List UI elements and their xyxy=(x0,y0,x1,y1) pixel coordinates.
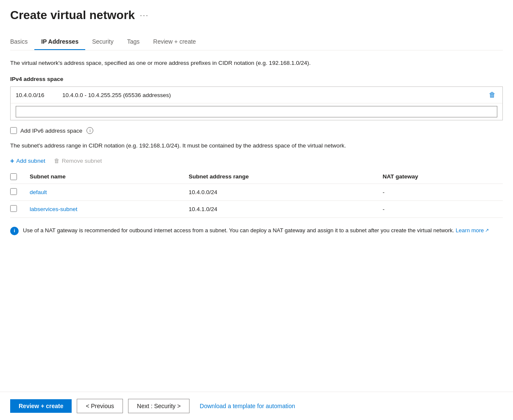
add-ipv6-label: Add IPv6 address space xyxy=(20,128,82,134)
row-1-checkbox[interactable] xyxy=(10,188,17,195)
row-checkbox-cell-2 xyxy=(10,200,25,217)
remove-subnet-label: Remove subnet xyxy=(62,158,102,164)
default-subnet-link[interactable]: default xyxy=(30,189,47,195)
tab-ip-addresses[interactable]: IP Addresses xyxy=(34,34,85,50)
plus-icon: + xyxy=(10,157,14,165)
info-banner-text: Use of a NAT gateway is recommended for … xyxy=(23,226,489,235)
labservices-subnet-link[interactable]: labservices-subnet xyxy=(30,206,78,212)
trash-icon-remove: 🗑 xyxy=(54,158,60,164)
footer: Review + create < Previous Next : Securi… xyxy=(0,392,513,420)
address-space-input[interactable] xyxy=(16,106,497,117)
previous-button[interactable]: < Previous xyxy=(77,399,123,413)
delete-address-button[interactable]: 🗑 xyxy=(487,90,497,100)
nat-info-banner: i Use of a NAT gateway is recommended fo… xyxy=(10,226,503,235)
col-header-subnet-range: Subnet address range xyxy=(184,170,379,184)
row-checkbox-cell-1 xyxy=(10,184,25,200)
subnet-range-default: 10.4.0.0/24 xyxy=(184,184,379,200)
address-input-row xyxy=(11,103,502,120)
info-icon: i xyxy=(10,227,19,235)
subnet-name-default: default xyxy=(25,184,184,200)
learn-more-link[interactable]: Learn more ↗ xyxy=(456,226,489,235)
address-space-row: 10.4.0.0/16 10.4.0.0 - 10.4.255.255 (655… xyxy=(11,87,502,103)
address-cidr: 10.4.0.0/16 xyxy=(16,92,62,98)
nat-gateway-labservices: - xyxy=(378,200,503,217)
download-template-button[interactable]: Download a template for automation xyxy=(200,403,295,409)
tab-review-create[interactable]: Review + create xyxy=(146,34,203,50)
table-row: default 10.4.0.0/24 - xyxy=(10,184,503,200)
nat-gateway-default: - xyxy=(378,184,503,200)
add-ipv6-checkbox[interactable] xyxy=(10,127,17,134)
page-title: Create virtual network xyxy=(10,8,135,22)
ip-description: The virtual network's address space, spe… xyxy=(10,59,503,67)
subnet-range-labservices: 10.4.1.0/24 xyxy=(184,200,379,217)
ipv6-info-icon: i xyxy=(86,127,93,134)
trash-icon: 🗑 xyxy=(489,91,496,98)
tabs-navigation: Basics IP Addresses Security Tags Review… xyxy=(10,34,503,50)
select-all-checkbox[interactable] xyxy=(10,173,17,180)
col-header-subnet-name: Subnet name xyxy=(25,170,184,184)
ipv6-checkbox-row: Add IPv6 address space i xyxy=(10,127,503,134)
select-all-th xyxy=(10,170,25,184)
table-row: labservices-subnet 10.4.1.0/24 - xyxy=(10,200,503,217)
subnet-toolbar: + Add subnet 🗑 Remove subnet xyxy=(10,157,503,165)
subnet-name-labservices: labservices-subnet xyxy=(25,200,184,217)
next-security-button[interactable]: Next : Security > xyxy=(128,399,190,413)
address-range: 10.4.0.0 - 10.4.255.255 (65536 addresses… xyxy=(62,92,487,98)
add-subnet-label: Add subnet xyxy=(16,158,45,164)
review-create-button[interactable]: Review + create xyxy=(10,399,72,413)
tab-security[interactable]: Security xyxy=(85,34,120,50)
subnet-table: Subnet name Subnet address range NAT gat… xyxy=(10,170,503,218)
col-header-nat-gateway: NAT gateway xyxy=(378,170,503,184)
add-subnet-button[interactable]: + Add subnet xyxy=(10,157,45,165)
subnet-description: The subnet's address range in CIDR notat… xyxy=(10,142,503,150)
ipv4-label: IPv4 address space xyxy=(10,76,503,82)
external-link-icon: ↗ xyxy=(485,227,489,234)
tab-tags[interactable]: Tags xyxy=(120,34,147,50)
remove-subnet-button[interactable]: 🗑 Remove subnet xyxy=(54,158,102,164)
address-space-container: 10.4.0.0/16 10.4.0.0 - 10.4.255.255 (655… xyxy=(10,86,503,120)
tab-basics[interactable]: Basics xyxy=(10,34,34,50)
ellipsis-menu-button[interactable]: ··· xyxy=(140,11,149,20)
row-2-checkbox[interactable] xyxy=(10,205,17,212)
